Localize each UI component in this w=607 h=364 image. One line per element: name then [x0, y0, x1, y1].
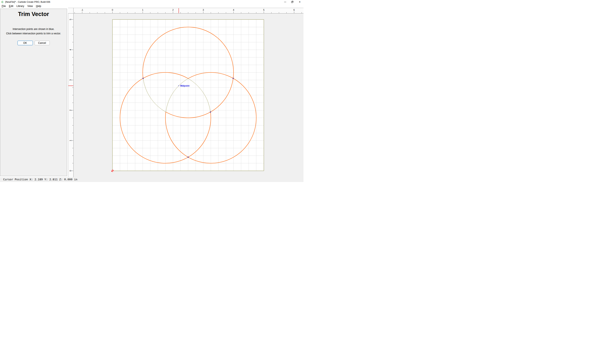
menu-item-view[interactable]: View — [27, 5, 33, 8]
h-ruler-label: 6 — [293, 9, 295, 11]
menu-item-file[interactable]: File — [2, 5, 6, 8]
trim-vector-panel: Trim Vector Intersection points are show… — [0, 9, 67, 176]
instruction-line-1: Intersection points are shown in blue. — [0, 27, 67, 31]
close-icon: × — [299, 0, 301, 4]
cancel-button[interactable]: Cancel — [35, 41, 50, 45]
menu-item-help[interactable]: Help — [36, 5, 41, 8]
h-ruler-label: 1 — [142, 9, 143, 11]
minimize-button[interactable] — [282, 0, 288, 4]
app-logo-icon: C — [1, 0, 3, 4]
restore-icon — [289, 0, 295, 4]
v-ruler-label: 4 — [69, 49, 72, 50]
menu-item-edit[interactable]: Edit — [9, 5, 13, 8]
v-ruler-label: 5 — [69, 19, 72, 20]
close-button[interactable]: × — [297, 0, 303, 4]
design-canvas[interactable]: Midpoint — [74, 13, 304, 177]
window-titlebar: C [NewFile]* - Carbide Create PRO, Build… — [0, 0, 304, 4]
instruction-line-2: Click between intersection points to tri… — [0, 31, 67, 36]
menu-bar: FileEditLibraryViewHelp — [0, 4, 304, 8]
vertical-ruler: 012345 — [68, 13, 74, 177]
origin-marker-icon — [111, 170, 114, 172]
v-ruler-label: 3 — [69, 79, 72, 81]
v-ruler-label: 1 — [69, 140, 72, 141]
menu-item-library[interactable]: Library — [16, 5, 24, 8]
grid-lines — [113, 20, 264, 171]
minimize-icon — [284, 2, 286, 2]
h-ruler-label: 5 — [263, 9, 264, 11]
horizontal-ruler: -10123456 — [68, 8, 304, 13]
h-ruler-label: -1 — [81, 9, 83, 11]
h-ruler-label: 0 — [112, 9, 113, 11]
v-ruler-label: 0 — [69, 170, 72, 171]
cursor-position-readout: Cursor Position X: 2.189 Y: 2.811 Z: 0.0… — [3, 177, 77, 182]
maximize-restore-button[interactable] — [289, 0, 295, 4]
h-ruler-label: 2 — [172, 9, 174, 11]
h-ruler-label: 4 — [233, 9, 234, 11]
window-title: [NewFile]* - Carbide Create PRO, Build 8… — [5, 0, 50, 4]
h-ruler-label: 3 — [203, 9, 204, 11]
snap-label: Midpoint — [180, 84, 189, 87]
v-ruler-label: 2 — [69, 110, 72, 111]
dialog-title: Trim Vector — [0, 11, 67, 17]
status-bar: Cursor Position X: 2.189 Y: 2.811 Z: 0.0… — [0, 177, 304, 182]
ok-button[interactable]: OK — [17, 41, 33, 45]
